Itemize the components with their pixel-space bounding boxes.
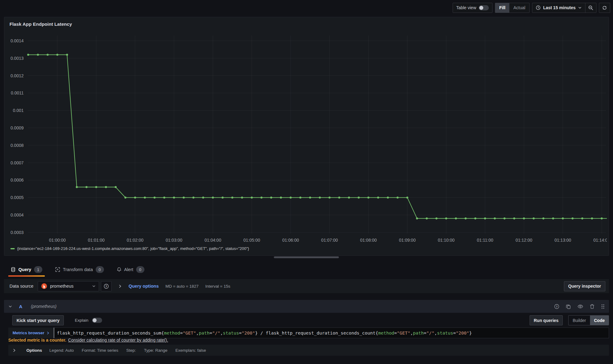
chevron-down-icon (92, 284, 96, 288)
chevron-right-icon[interactable] (13, 349, 16, 352)
explain-toggle[interactable] (92, 318, 102, 323)
svg-text:01:06:00: 01:06:00 (282, 238, 299, 243)
edit-tabs: Query 1 Transform data 0 Alert 0 (4, 262, 155, 277)
chevron-down-icon[interactable] (8, 305, 12, 308)
datasource-help-button[interactable]: ? (101, 281, 112, 291)
svg-text:0.0003: 0.0003 (10, 230, 24, 235)
builder-button[interactable]: Builder (569, 316, 590, 325)
svg-text:01:08:00: 01:08:00 (360, 238, 377, 243)
datasource-select[interactable]: prometheus (38, 281, 99, 291)
svg-text:01:02:00: 01:02:00 (127, 238, 144, 243)
query-editor-toolbar: Kick start your query Explain Run querie… (12, 315, 609, 325)
chevron-right-icon[interactable] (118, 285, 122, 288)
datasource-value: prometheus (50, 284, 89, 289)
help-circle-icon[interactable]: ? (554, 304, 559, 309)
legend-series-marker (10, 248, 15, 249)
tab-alert-label: Alert (124, 267, 133, 272)
explain-toggle-wrap: Explain (75, 318, 102, 323)
duplicate-icon[interactable] (566, 304, 571, 309)
refresh-button[interactable] (599, 3, 610, 13)
datasource-label: Data source (10, 284, 33, 289)
query-ref-id[interactable]: A (19, 304, 22, 309)
bell-icon (117, 267, 121, 272)
refresh-icon (602, 5, 607, 10)
panel-resize-handle[interactable] (274, 256, 339, 258)
fill-button[interactable]: Fill (495, 3, 509, 13)
datasource-row: Data source prometheus ? (4, 279, 609, 293)
panel-title: Flask App Endpoint Latency (10, 21, 72, 27)
svg-text:0.0013: 0.0013 (10, 56, 24, 61)
svg-text:01:09:00: 01:09:00 (399, 238, 416, 243)
refresh-group (599, 3, 610, 13)
svg-text:01:12:00: 01:12:00 (515, 238, 532, 243)
zoom-out-button[interactable] (585, 3, 596, 13)
code-button[interactable]: Code (590, 316, 609, 325)
clock-icon (536, 5, 541, 10)
prometheus-icon (41, 283, 47, 289)
svg-text:01:10:00: 01:10:00 (438, 238, 455, 243)
svg-text:01:14:00: 01:14:00 (593, 238, 607, 243)
option-format: Format: Time series (82, 348, 118, 353)
time-range-label: Last 15 minutes (543, 5, 576, 10)
svg-text:01:01:00: 01:01:00 (88, 238, 105, 243)
warning-text: Selected metric is a counter. (8, 338, 66, 343)
legend-row: {instance="ec2-184-169-216-224.us-west-1… (10, 246, 249, 251)
query-datasource-hint: (prometheus) (31, 304, 56, 309)
query-row-actions: ? (554, 304, 605, 309)
table-view-label: Table view (456, 5, 476, 10)
option-step: Step: (126, 348, 136, 353)
eye-icon[interactable] (577, 304, 583, 309)
tab-query[interactable]: Query 1 (8, 262, 45, 277)
query-options-link[interactable]: Query options (128, 284, 159, 289)
run-queries-button[interactable]: Run queries (530, 315, 563, 325)
svg-text:0.0012: 0.0012 (10, 73, 24, 78)
warning-rate-link[interactable]: Consider calculating rate of counter by … (68, 338, 168, 343)
legend-series-label[interactable]: {instance="ec2-184-169-216-224.us-west-1… (17, 246, 249, 251)
metrics-browser-button[interactable]: Metrics browser (8, 328, 54, 338)
query-options-row[interactable]: Options Legend: Auto Format: Time series… (8, 345, 609, 356)
metrics-browser-label: Metrics browser (13, 331, 44, 335)
transform-icon (55, 267, 60, 272)
option-legend: Legend: Auto (49, 348, 74, 353)
chevron-down-icon (578, 6, 582, 10)
table-view-toggle[interactable] (479, 5, 489, 10)
panel-flask-latency: Flask App Endpoint Latency 0.00140.00130… (4, 17, 609, 256)
toggle-knob (479, 6, 483, 10)
tab-query-count: 1 (34, 266, 42, 273)
svg-text:0.001: 0.001 (13, 108, 24, 113)
svg-text:01:04:00: 01:04:00 (205, 238, 221, 243)
svg-text:01:03:00: 01:03:00 (166, 238, 182, 243)
svg-text:?: ? (556, 305, 558, 308)
query-row-header[interactable]: A (prometheus) ? (4, 300, 609, 313)
time-series-chart[interactable]: 0.00140.00130.00120.00110.0010.00090.000… (6, 32, 607, 246)
option-type: Type: Range (144, 348, 167, 353)
tab-transform-count: 0 (96, 266, 104, 273)
query-inspector-button[interactable]: Query inspector (564, 281, 605, 291)
option-exemplars: Exemplars: false (175, 348, 206, 353)
svg-text:?: ? (105, 284, 107, 288)
svg-text:0.0009: 0.0009 (10, 125, 24, 130)
kick-start-query-button[interactable]: Kick start your query (12, 315, 64, 325)
svg-text:0.0008: 0.0008 (10, 143, 24, 148)
time-range-group: Last 15 minutes (532, 3, 596, 13)
svg-text:01:07:00: 01:07:00 (321, 238, 338, 243)
svg-text:01:13:00: 01:13:00 (554, 238, 571, 243)
svg-text:0.0004: 0.0004 (10, 213, 24, 217)
time-range-picker[interactable]: Last 15 minutes (532, 3, 585, 13)
database-icon (11, 267, 16, 272)
explain-label: Explain (75, 318, 88, 323)
grafana-panel-edit-view: Table view Fill Actual Last 15 minutes (0, 0, 613, 364)
actual-button[interactable]: Actual (509, 3, 529, 13)
chevron-right-icon (47, 331, 49, 335)
panel-toolbar: Table view Fill Actual Last 15 minutes (453, 2, 610, 13)
toggle-knob (93, 318, 97, 322)
fill-actual-group: Fill Actual (495, 3, 530, 13)
drag-handle-icon[interactable] (601, 304, 605, 309)
tab-alert[interactable]: Alert 0 (114, 262, 147, 277)
trash-icon[interactable] (590, 304, 595, 309)
promql-query-input[interactable]: flask_http_request_duration_seconds_sum{… (54, 328, 609, 338)
tab-transform-data[interactable]: Transform data 0 (53, 262, 106, 277)
svg-text:0.0014: 0.0014 (10, 38, 24, 43)
query-options-md: MD = auto = 1827 (165, 284, 198, 289)
counter-warning-row: Selected metric is a counter. Consider c… (8, 337, 168, 343)
